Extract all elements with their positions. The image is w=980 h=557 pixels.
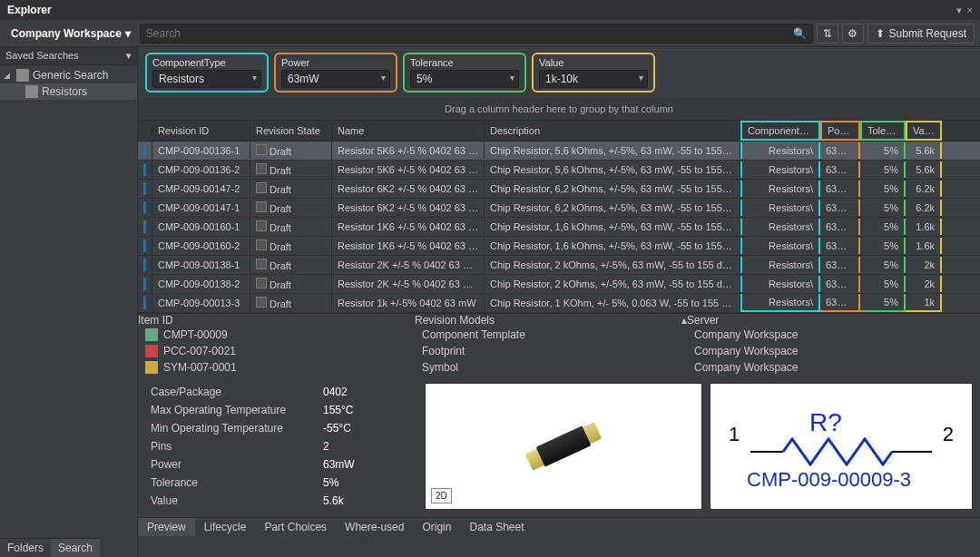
filter-label: Tolerance: [410, 57, 519, 68]
col-component-type[interactable]: ComponentType: [740, 121, 820, 141]
cell-revision-id: CMP-009-00013-3: [152, 295, 250, 311]
cell-revision-id: CMP-009-00138-1: [152, 257, 250, 273]
document-icon: [143, 163, 146, 176]
cell-power: 63mW: [820, 219, 860, 235]
search-item-icon: [25, 85, 38, 98]
tree-item-generic-search[interactable]: ◢ Generic Search: [0, 67, 137, 83]
tab-folders[interactable]: Folders: [0, 538, 51, 557]
filter-label: Power: [281, 57, 390, 68]
swap-button[interactable]: ⇅: [817, 24, 838, 44]
details-row[interactable]: SYM-007-0001 Symbol Company Workspace: [138, 359, 980, 376]
saved-searches-label: Saved Searches: [5, 50, 79, 62]
tab-data-sheet[interactable]: Data Sheet: [460, 518, 533, 536]
cell-state: Draft: [250, 199, 332, 217]
filter-dropdown[interactable]: Resistors: [152, 70, 261, 88]
cell-name: Resistor 1K6 +/-5 % 0402 63 mW: [332, 238, 485, 254]
param-key: Power: [151, 458, 323, 471]
col-description[interactable]: Description: [485, 122, 740, 139]
filter-dropdown[interactable]: 1k-10k: [539, 70, 648, 88]
col-revision-state[interactable]: Revision State: [250, 122, 332, 139]
submit-request-button[interactable]: ⬆ Submit Request: [867, 24, 975, 44]
table-row[interactable]: CMP-009-00136-2 Draft Resistor 5K6 +/-5 …: [138, 161, 980, 180]
tab-where-used[interactable]: Where-used: [336, 518, 413, 536]
cell-tolerance: 5%: [860, 161, 906, 178]
search-input[interactable]: [146, 27, 793, 40]
tab-lifecycle[interactable]: Lifecycle: [195, 518, 256, 536]
search-icon[interactable]: 🔍: [793, 27, 807, 40]
table-row[interactable]: CMP-009-00147-2 Draft Resistor 6K2 +/-5 …: [138, 180, 980, 199]
cell-description: Chip Resistor, 6,2 kOhms, +/-5%, 63 mW, …: [485, 181, 740, 197]
cell-server: Company Workspace: [687, 359, 980, 376]
col-value[interactable]: Value: [906, 121, 942, 141]
search-box[interactable]: 🔍: [140, 24, 813, 44]
cell-revision-id: CMP-009-00147-1: [152, 200, 250, 216]
document-icon: [143, 259, 146, 271]
details-row[interactable]: PCC-007-0021 Footprint Company Workspace: [138, 343, 980, 359]
cell-state: Draft: [250, 142, 332, 160]
symbol-viewer[interactable]: R? 1 2 CMP-009-00009-3: [710, 383, 973, 510]
settings-button[interactable]: ⚙: [842, 24, 864, 44]
workspace-label: Company Workspace: [11, 27, 122, 40]
row-icon: [138, 237, 152, 255]
details-row[interactable]: CMPT-00009 Component Template Company Wo…: [138, 327, 980, 343]
upload-icon: ⬆: [876, 27, 885, 40]
table-row[interactable]: CMP-009-00138-1 Draft Resistor 2K +/-5 %…: [138, 256, 980, 275]
cell-value: 1.6k: [906, 238, 942, 254]
tab-origin[interactable]: Origin: [413, 518, 460, 536]
parameter-row: Value5.6k: [145, 492, 417, 510]
pin-icon[interactable]: ▾: [956, 5, 962, 16]
col-item-id[interactable]: Item ID: [138, 314, 415, 327]
tab-part-choices[interactable]: Part Choices: [255, 518, 336, 536]
cell-value: 5.6k: [906, 161, 942, 178]
component-id-text: CMP-009-00009-3: [747, 468, 911, 492]
filter-dropdown[interactable]: 5%: [410, 70, 519, 88]
tree-item-resistors[interactable]: Resistors: [0, 83, 137, 100]
workspace-dropdown[interactable]: Company Workspace ▾: [5, 24, 136, 44]
col-power[interactable]: Power: [820, 121, 860, 141]
col-name[interactable]: Name: [332, 122, 485, 139]
cell-component-type: Resistors\: [740, 276, 820, 292]
table-row[interactable]: CMP-009-00160-2 Draft Resistor 1K6 +/-5 …: [138, 237, 980, 256]
cell-tolerance: 5%: [860, 257, 906, 273]
view-mode-badge[interactable]: 2D: [431, 488, 452, 503]
close-icon[interactable]: ×: [967, 5, 973, 16]
table-row[interactable]: CMP-009-00160-1 Draft Resistor 1K6 +/-5 …: [138, 218, 980, 237]
cell-value: 1.6k: [906, 219, 942, 235]
tab-search[interactable]: Search: [51, 538, 100, 557]
table-row[interactable]: CMP-009-00013-3 Draft Resistor 1k +/-5% …: [138, 294, 980, 313]
designator-text: R?: [809, 408, 842, 437]
tab-preview[interactable]: Preview: [138, 518, 195, 536]
resistor-zigzag-icon: [750, 437, 932, 466]
content-area: ComponentType ResistorsPower 63mWToleran…: [138, 47, 980, 557]
param-key: Value: [151, 494, 323, 507]
results-grid: Revision ID Revision State Name Descript…: [138, 120, 980, 313]
col-tolerance[interactable]: Tolerance: [860, 121, 906, 141]
chevron-down-icon[interactable]: ▾: [126, 50, 132, 62]
parameter-row: Min Operating Temperature-55°C: [145, 419, 417, 437]
table-row[interactable]: CMP-009-00138-2 Draft Resistor 2K +/-5 %…: [138, 275, 980, 294]
top-toolbar: Company Workspace ▾ 🔍 ⇅ ⚙ ⬆ Submit Reque…: [0, 20, 980, 47]
cell-name: Resistor 5K6 +/-5 % 0402 63 mW: [332, 161, 485, 178]
col-revision-models[interactable]: Revision Models ▴: [415, 314, 687, 327]
col-server[interactable]: Server: [687, 314, 980, 327]
col-revision-id[interactable]: Revision ID: [152, 122, 250, 139]
cell-power: 63mW: [820, 294, 860, 312]
cell-state: Draft: [250, 237, 332, 255]
cell-item-id: SYM-007-0001: [138, 359, 415, 376]
table-row[interactable]: CMP-009-00136-1 Draft Resistor 5K6 +/-5 …: [138, 142, 980, 161]
window-controls: ▾ ×: [956, 5, 973, 16]
filter-componenttype: ComponentType Resistors: [145, 53, 269, 93]
filter-dropdown[interactable]: 63mW: [281, 70, 390, 88]
param-value: 155°C: [323, 404, 354, 416]
cell-description: Chip Resistor, 1 KOhm, +/- 5%, 0.063 W, …: [485, 295, 740, 311]
document-icon: [143, 220, 146, 233]
cell-revision-id: CMP-009-00160-1: [152, 219, 250, 235]
filter-power: Power 63mW: [274, 53, 397, 93]
cell-revision-model: Component Template: [415, 327, 687, 343]
document-icon: [143, 297, 146, 309]
table-row[interactable]: CMP-009-00147-1 Draft Resistor 6K2 +/-5 …: [138, 199, 980, 218]
title-bar: Explorer ▾ ×: [0, 0, 980, 20]
3d-viewer[interactable]: 2D: [425, 383, 702, 510]
expand-icon[interactable]: ◢: [4, 71, 13, 80]
state-swatch-icon: [256, 259, 267, 269]
